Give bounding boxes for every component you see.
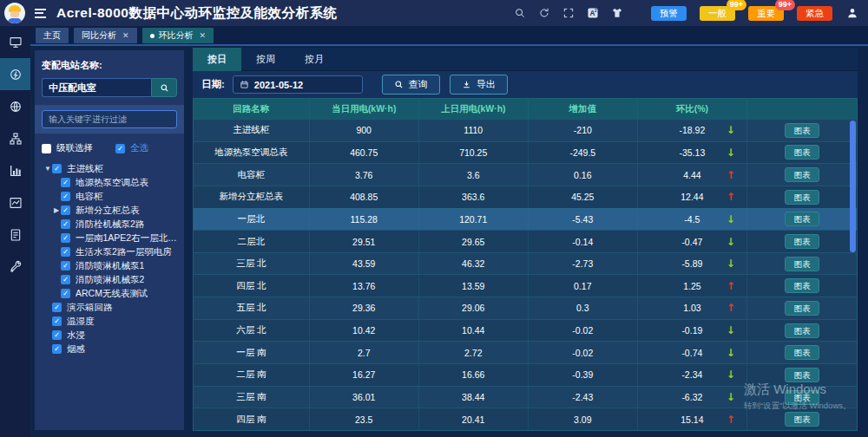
select-all-checkbox[interactable]: ✓	[115, 144, 125, 153]
sidebar-item-report[interactable]	[0, 218, 30, 251]
refresh-icon[interactable]	[538, 7, 551, 20]
table-row[interactable]: 地源热泵空调总表460.75710.25-249.5-35.13↓图表	[194, 141, 857, 164]
chart-button[interactable]: 图表	[785, 145, 819, 160]
tree-node[interactable]: ✓消防栓机械泵2路	[42, 218, 177, 231]
table-row[interactable]: 三层 南36.0138.44-2.43-6.32↓图表	[194, 386, 857, 408]
cascade-checkbox[interactable]	[42, 144, 51, 153]
chart-button[interactable]: 图表	[785, 301, 819, 316]
tree-checkbox[interactable]: ✓	[61, 205, 70, 215]
tree-node-label: 消防栓机械泵2路	[76, 218, 144, 231]
tree-expand-icon[interactable]: ▼	[43, 165, 52, 173]
tree-checkbox[interactable]: ✓	[61, 233, 70, 243]
tree-node[interactable]: ▼✓主进线柜	[42, 162, 177, 175]
font-size-icon[interactable]: A2	[587, 7, 600, 20]
chart-button[interactable]: 图表	[785, 345, 819, 360]
table-row[interactable]: 一层 南2.72.72-0.02-0.74↓图表	[194, 341, 857, 363]
ratio-value: -5.89	[681, 258, 702, 269]
chart-button[interactable]: 图表	[785, 123, 819, 138]
user-icon[interactable]	[846, 7, 859, 20]
tree-node[interactable]: ✓演示箱回路	[42, 301, 177, 314]
alert-button-important[interactable]: 重要99+	[748, 6, 784, 21]
chart-button[interactable]: 图表	[785, 390, 819, 405]
table-row[interactable]: 三层 北43.5946.32-2.73-5.89↓图表	[194, 252, 857, 275]
station-search-button[interactable]	[151, 78, 177, 97]
chart-button[interactable]: 图表	[785, 167, 819, 182]
tree-checkbox[interactable]: ✓	[61, 219, 70, 229]
table-row[interactable]: 四层 南23.520.413.0915.14↑图表	[194, 408, 857, 430]
fullscreen-icon[interactable]	[562, 7, 575, 20]
table-row[interactable]: 一层北115.28120.71-5.43-4.5↓图表	[194, 208, 857, 231]
tree-node[interactable]: ✓消防喷淋机械泵2	[42, 273, 177, 286]
export-button[interactable]: 导出	[450, 75, 508, 95]
sidebar-item-power-circle[interactable]	[0, 58, 30, 90]
period-tab-1[interactable]: 按周	[241, 48, 290, 71]
search-icon[interactable]	[514, 7, 527, 20]
tree-checkbox[interactable]: ✓	[52, 344, 62, 354]
sidebar-item-bar-chart[interactable]	[0, 154, 30, 186]
table-row[interactable]: 主进线柜9001110-210-18.92↓图表	[194, 119, 857, 141]
table-row[interactable]: 电容柜3.763.60.164.44↑图表	[194, 163, 857, 186]
sidebar-item-tools[interactable]	[0, 251, 30, 283]
tools-icon	[9, 260, 23, 274]
chart-button[interactable]: 图表	[785, 257, 819, 271]
tree-checkbox[interactable]: ✓	[61, 247, 70, 257]
nav-tab-home[interactable]: 主页	[36, 28, 69, 43]
sidebar-item-energy-globe[interactable]	[0, 90, 30, 122]
tree-checkbox[interactable]: ✓	[61, 192, 70, 201]
tree-checkbox[interactable]: ✓	[61, 261, 70, 271]
station-input[interactable]	[42, 78, 151, 97]
cell-chart: 图表	[747, 342, 857, 363]
chart-button[interactable]: 图表	[785, 278, 819, 293]
sidebar-item-device-tree[interactable]	[0, 122, 30, 154]
chart-button[interactable]: 图表	[785, 212, 819, 226]
tree-node[interactable]: ✓生活水泵2路一层弱电房	[42, 245, 177, 258]
period-tab-0[interactable]: 按日	[193, 48, 241, 71]
alert-button-urgent[interactable]: 紧急	[797, 6, 832, 21]
close-tab-icon[interactable]: ✕	[200, 28, 207, 43]
tree-node[interactable]: ✓地源热泵空调总表	[42, 176, 177, 189]
query-button[interactable]: 查询	[382, 75, 440, 95]
tree-node[interactable]: ✓温湿度	[42, 315, 177, 328]
tree-node[interactable]: ✓一层南1APE2右一层北1APE1左	[42, 232, 177, 245]
table-row[interactable]: 二层 南16.2716.66-0.39-2.34↓图表	[194, 363, 857, 386]
chart-button[interactable]: 图表	[785, 368, 819, 382]
table-row[interactable]: 四层 北13.7613.590.171.25↑图表	[194, 274, 857, 297]
period-tab-2[interactable]: 按月	[290, 48, 339, 71]
tree-checkbox[interactable]: ✓	[52, 316, 62, 326]
cell-delta: -0.14	[529, 231, 638, 252]
date-picker[interactable]: 2021-05-12	[233, 75, 363, 94]
sidebar-item-monitor[interactable]	[0, 26, 30, 58]
tree-node[interactable]: ✓ARCM无线表测试	[42, 287, 177, 300]
chart-button[interactable]: 图表	[785, 412, 819, 427]
close-tab-icon[interactable]: ✕	[122, 28, 129, 43]
nav-tab-item[interactable]: 同比分析✕	[74, 28, 137, 43]
table-row[interactable]: 五层 北29.3629.060.31.03↑图表	[194, 297, 857, 319]
tree-checkbox[interactable]: ✓	[52, 164, 62, 173]
nav-tab-active[interactable]: 环比分析✕	[142, 28, 214, 43]
tree-checkbox[interactable]: ✓	[52, 330, 62, 340]
tree-checkbox[interactable]: ✓	[52, 303, 62, 312]
tree-checkbox[interactable]: ✓	[61, 178, 70, 187]
table-row[interactable]: 新增分立柜总表408.85363.645.2512.44↑图表	[194, 186, 857, 208]
menu-toggle-icon[interactable]	[35, 9, 46, 18]
tree-checkbox[interactable]: ✓	[61, 275, 70, 284]
table-row[interactable]: 二层北29.5129.65-0.14-0.47↓图表	[194, 230, 857, 252]
theme-icon[interactable]	[611, 7, 624, 20]
alert-button-general[interactable]: 一般99+	[700, 6, 735, 21]
tree-node[interactable]: ▶✓新增分立柜总表	[42, 204, 177, 217]
keyword-filter-input[interactable]	[42, 110, 177, 128]
chart-button[interactable]: 图表	[785, 323, 819, 338]
tree-node[interactable]: ✓电容柜	[42, 190, 177, 203]
chart-button[interactable]: 图表	[785, 190, 819, 205]
tree-node[interactable]: ✓消防喷淋机械泵1	[42, 259, 177, 272]
cell-delta: -5.43	[529, 209, 638, 231]
chart-button[interactable]: 图表	[785, 234, 819, 249]
tree-node[interactable]: ✓烟感	[42, 342, 177, 355]
vertical-scrollbar-thumb[interactable]	[850, 121, 856, 252]
sidebar-item-trend-chart[interactable]	[0, 186, 30, 218]
alert-button-info[interactable]: 预警	[651, 6, 687, 21]
tree-checkbox[interactable]: ✓	[61, 289, 70, 298]
tree-node[interactable]: ✓水浸	[42, 329, 177, 342]
tree-expand-icon[interactable]: ▶	[52, 206, 61, 214]
table-row[interactable]: 六层 北10.4210.44-0.02-0.19↓图表	[194, 319, 857, 342]
